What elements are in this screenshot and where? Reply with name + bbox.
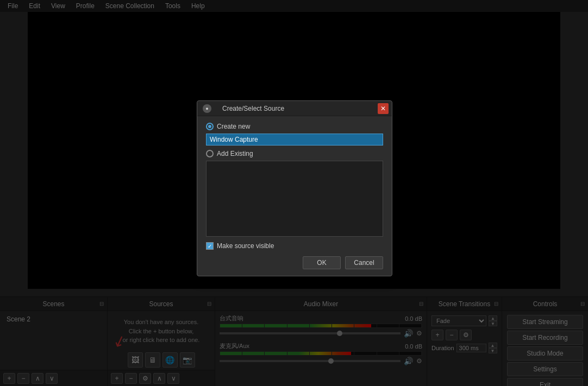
make-visible-checkbox[interactable]: ✓ (206, 242, 214, 250)
modal-cancel-btn[interactable]: Cancel (345, 256, 383, 269)
create-new-row: Create new (206, 123, 383, 130)
create-new-label: Create new (217, 123, 250, 130)
obs-icon: ● (203, 104, 211, 113)
create-new-radio[interactable] (206, 123, 214, 130)
make-visible-label: Make source visible (217, 242, 274, 250)
modal-ok-btn[interactable]: OK (303, 256, 341, 269)
modal-close-btn[interactable]: ✕ (378, 103, 389, 114)
modal-titlebar: ● Create/Select Source ✕ (197, 101, 392, 116)
modal-body: Create new Add Existing ✓ Make source vi… (197, 116, 392, 276)
add-existing-radio[interactable] (206, 150, 214, 157)
modal-title: Create/Select Source (222, 105, 284, 112)
modal-dialog: ● Create/Select Source ✕ Create new Add … (197, 100, 392, 276)
modal-overlay: ● Create/Select Source ✕ Create new Add … (0, 0, 588, 386)
existing-sources-listbox[interactable] (206, 161, 383, 237)
source-name-input[interactable] (206, 134, 383, 145)
modal-buttons: OK Cancel (206, 256, 383, 269)
add-existing-row: Add Existing (206, 150, 383, 157)
add-existing-label: Add Existing (217, 150, 253, 157)
make-visible-row: ✓ Make source visible (206, 242, 383, 250)
